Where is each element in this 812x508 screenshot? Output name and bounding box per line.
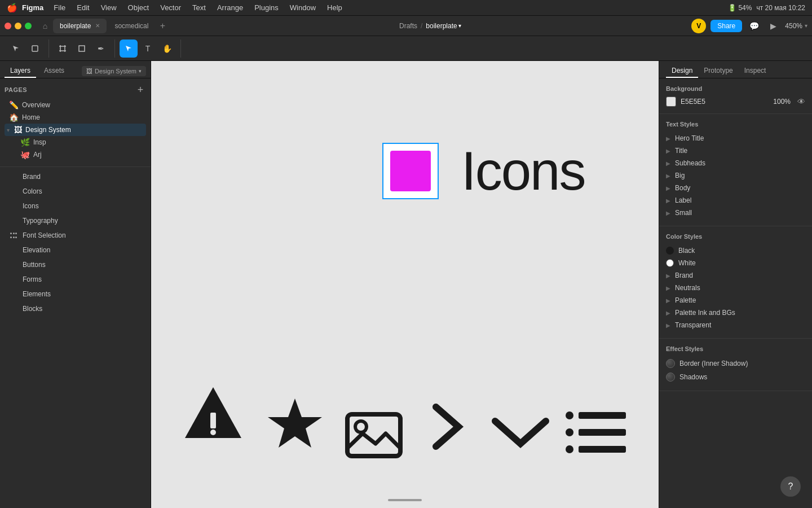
menu-plugins[interactable]: Plugins <box>250 2 283 13</box>
color-style-palette-ink[interactable]: ▶ Palette Ink and BGs <box>666 306 805 319</box>
page-icon-insp: 🌿 <box>20 138 30 147</box>
add-tab-button[interactable]: + <box>156 20 169 32</box>
text-style-label: Body <box>675 184 690 192</box>
layer-label-buttons: Buttons <box>23 261 46 269</box>
pen-tool-button[interactable]: ✒ <box>92 40 110 58</box>
help-button[interactable]: ? <box>780 476 801 497</box>
text-style-subheads[interactable]: ▶ Subheads <box>666 157 805 169</box>
tabsbar: ⌂ boilerplate ✕ socmedical + Drafts / bo… <box>0 16 812 36</box>
breadcrumb-drafts[interactable]: Drafts <box>399 22 417 30</box>
tab-socmedical[interactable]: socmedical <box>108 19 155 33</box>
user-avatar[interactable]: V <box>691 19 706 33</box>
tab-design[interactable]: Design <box>666 64 698 78</box>
select-tool-button[interactable] <box>120 40 138 58</box>
color-style-black[interactable]: Black <box>666 244 805 257</box>
menu-arrange[interactable]: Arrange <box>213 2 248 13</box>
play-icon[interactable]: ▶ <box>766 19 780 33</box>
text-style-label: Big <box>675 172 685 179</box>
page-arj[interactable]: 🐙 Arj <box>5 148 146 161</box>
page-overview[interactable]: ✏️ Overview <box>5 99 146 111</box>
left-panel: Layers Assets 🖼 Design System ▾ Pages + … <box>0 61 151 508</box>
color-style-transparent[interactable]: ▶ Transparent <box>666 319 805 331</box>
menu-text[interactable]: Text <box>188 2 210 13</box>
layer-buttons[interactable]: Buttons <box>2 257 148 272</box>
expand-icon: ▶ <box>666 310 670 316</box>
layer-colors[interactable]: Colors <box>2 184 148 199</box>
add-page-button[interactable]: + <box>135 84 146 95</box>
menu-window[interactable]: Window <box>285 2 320 13</box>
color-style-label: White <box>678 259 696 267</box>
comments-icon[interactable]: 💬 <box>747 19 761 33</box>
tab-close-icon[interactable]: ✕ <box>95 23 100 29</box>
icon-preview-box[interactable] <box>382 143 439 199</box>
layer-font-selection[interactable]: Font Selection <box>2 228 148 243</box>
icon-chevron-right <box>427 398 467 457</box>
text-tool-button[interactable]: T <box>139 40 157 58</box>
tab-inspect[interactable]: Inspect <box>739 64 772 78</box>
text-style-title[interactable]: ▶ Title <box>666 144 805 157</box>
home-button[interactable]: ⌂ <box>38 19 52 33</box>
menu-edit[interactable]: Edit <box>72 2 94 13</box>
color-style-palette[interactable]: ▶ Palette <box>666 294 805 306</box>
tool-group-select <box>7 40 49 58</box>
canvas[interactable]: Icons <box>151 61 659 508</box>
move-tool-button[interactable] <box>7 40 25 58</box>
text-style-small[interactable]: ▶ Small <box>666 207 805 219</box>
apple-menu[interactable]: 🍎 <box>7 3 17 13</box>
tab-boilerplate[interactable]: boilerplate ✕ <box>53 19 107 33</box>
share-button[interactable]: Share <box>710 20 742 32</box>
layer-icons[interactable]: Icons <box>2 199 148 213</box>
menu-help[interactable]: Help <box>323 2 347 13</box>
page-design-system[interactable]: ▾ 🖼 Design System <box>5 124 146 136</box>
layer-icon-colors <box>9 187 18 196</box>
canvas-icons-frame: Icons <box>382 143 585 199</box>
layer-forms[interactable]: Forms <box>2 272 148 287</box>
text-style-hero-title[interactable]: ▶ Hero Title <box>666 132 805 144</box>
text-style-big[interactable]: ▶ Big <box>666 169 805 182</box>
effect-label: Border (Inner Shadow) <box>679 360 748 367</box>
text-style-body[interactable]: ▶ Body <box>666 182 805 194</box>
zoom-display: 450% ▾ <box>785 22 807 30</box>
expand-icon: ▶ <box>666 160 670 167</box>
visibility-icon[interactable]: 👁 <box>797 97 805 106</box>
page-home[interactable]: 🏠 Home <box>5 111 146 124</box>
color-style-brand[interactable]: ▶ Brand <box>666 269 805 282</box>
layer-elements[interactable]: Elements <box>2 287 148 301</box>
scale-tool-button[interactable] <box>26 40 44 58</box>
expand-icon: ▶ <box>666 148 670 154</box>
tab-prototype[interactable]: Prototype <box>698 64 738 78</box>
effect-border-shadow[interactable]: Border (Inner Shadow) <box>666 357 805 370</box>
menu-vector[interactable]: Vector <box>156 2 186 13</box>
menu-object[interactable]: Object <box>123 2 154 13</box>
design-system-label: Design System <box>95 68 136 75</box>
breadcrumb-file[interactable]: boilerplate ▾ <box>426 22 461 30</box>
effect-shadows[interactable]: Shadows <box>666 370 805 384</box>
page-insp[interactable]: 🌿 Insp <box>5 136 146 148</box>
text-style-label[interactable]: ▶ Label <box>666 194 805 207</box>
frame-tool-button[interactable] <box>54 40 72 58</box>
color-style-label: Brand <box>675 271 693 279</box>
layer-typography[interactable]: Typography <box>2 213 148 228</box>
layer-blocks[interactable]: Blocks <box>2 301 148 316</box>
layer-icon-elevation <box>9 246 18 255</box>
menu-view[interactable]: View <box>96 2 121 13</box>
menu-file[interactable]: File <box>49 2 70 13</box>
minimize-window-button[interactable] <box>15 23 21 29</box>
pages-header: Pages + <box>5 84 146 95</box>
close-window-button[interactable] <box>5 23 11 29</box>
bg-color-swatch[interactable] <box>666 97 676 107</box>
tab-layers[interactable]: Layers <box>5 64 36 78</box>
color-style-neutrals[interactable]: ▶ Neutrals <box>666 282 805 294</box>
shape-tool-button[interactable] <box>73 40 91 58</box>
color-style-white[interactable]: White <box>666 257 805 269</box>
text-style-label: Hero Title <box>675 134 704 142</box>
tab-assets[interactable]: Assets <box>38 64 70 78</box>
divider <box>0 167 151 167</box>
fullscreen-window-button[interactable] <box>25 23 32 29</box>
toolbar: ✒ T ✋ <box>0 36 812 61</box>
icons-text-label: Icons <box>461 144 585 198</box>
hand-tool-button[interactable]: ✋ <box>158 40 176 58</box>
design-system-tag[interactable]: 🖼 Design System ▾ <box>82 66 146 76</box>
layer-brand[interactable]: Brand <box>2 169 148 184</box>
layer-elevation[interactable]: Elevation <box>2 243 148 257</box>
